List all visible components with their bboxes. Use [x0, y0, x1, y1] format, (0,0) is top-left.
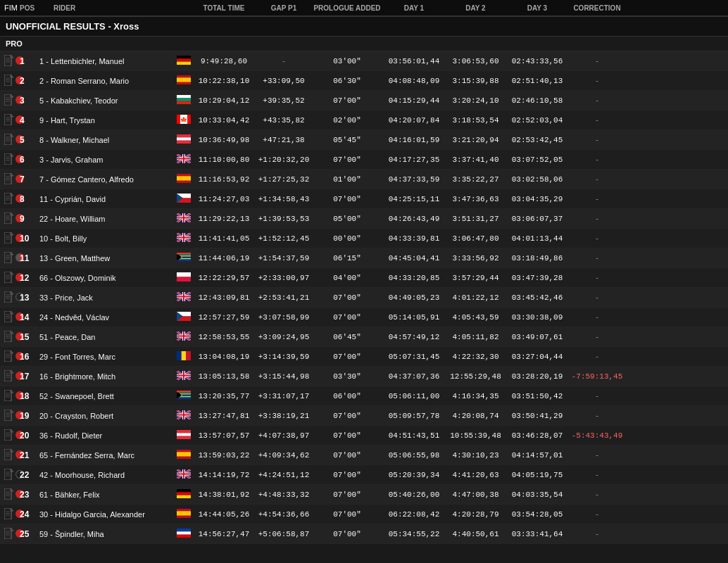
- doc-icon: [4, 390, 13, 403]
- table-row: 20 36 - Rudolf, Dieter 13:57:07,57 +4:07…: [0, 426, 728, 445]
- doc-icon: [4, 331, 13, 343]
- rider-info: 66 - Olszowy, Dominik: [39, 274, 177, 282]
- total-time: 9:49:28,60: [192, 56, 256, 65]
- svg-marker-194: [11, 390, 13, 393]
- position-number: 25: [20, 529, 29, 539]
- day1-time: 04:25:15,11: [382, 194, 446, 203]
- correction-value: -: [569, 155, 625, 164]
- total-time: 10:29:04,12: [192, 96, 256, 105]
- table-row: 18 52 - Swanepoel, Brett 13:20:35,77 +3:…: [0, 386, 728, 406]
- table-row: 13 33 - Price, Jack 12:43:09,81 +2:53:41…: [0, 288, 728, 308]
- rider-info: 1 - Lettenbichler, Manuel: [39, 57, 177, 65]
- day1-time: 04:57:49,12: [382, 332, 446, 341]
- svg-rect-230: [4, 449, 11, 460]
- day2-time: 10:55:39,48: [446, 431, 506, 440]
- position-number: 11: [20, 253, 29, 263]
- day3-time: 04:01:13,44: [506, 234, 569, 243]
- correction-value: -: [569, 214, 625, 223]
- position: 3: [20, 96, 39, 106]
- gap-p1: +1:20:32,20: [256, 155, 312, 164]
- rider-info: 29 - Font Torres, Marc: [39, 353, 177, 361]
- rider-info: 30 - Hidalgo Garcia, Alexander: [39, 510, 177, 519]
- total-time: 13:04:08,19: [192, 352, 256, 361]
- total-time: 13:05:13,58: [192, 372, 256, 381]
- day1-time: 05:06:11,00: [382, 391, 446, 400]
- total-time: 11:29:22,13: [192, 214, 256, 223]
- svg-rect-193: [4, 390, 11, 401]
- svg-rect-177: [186, 351, 191, 360]
- fim-icons: [4, 272, 20, 284]
- svg-marker-146: [11, 311, 13, 314]
- fim-icons: [4, 508, 20, 521]
- svg-marker-155: [11, 331, 13, 334]
- rider-name: 33 - Price, Jack: [39, 293, 93, 302]
- total-time: 12:22:29,57: [192, 273, 256, 282]
- svg-rect-206: [4, 410, 11, 421]
- fim-icons: [4, 528, 20, 540]
- svg-marker-19: [11, 94, 13, 97]
- table-row: 6 3 - Jarvis, Graham 11:10:00,80 +1:20:3…: [0, 150, 728, 170]
- fim-icons: [4, 331, 20, 343]
- day1-time: 05:06:55,98: [382, 450, 446, 460]
- position: 12: [20, 273, 39, 283]
- position: 6: [20, 155, 39, 165]
- doc-icon: [4, 134, 13, 146]
- position-number: 7: [20, 175, 25, 184]
- day2-time: 3:21:20,94: [446, 135, 506, 144]
- day2-time: 3:47:36,63: [446, 194, 506, 203]
- doc-icon: [4, 350, 13, 363]
- rider-info: 59 - Špindler, Miha: [39, 530, 177, 538]
- position-number: 3: [20, 96, 25, 106]
- rider-info: 42 - Moorhouse, Richard: [39, 471, 177, 479]
- day3-time: 03:27:04,44: [506, 352, 569, 361]
- rider-flag: [177, 371, 192, 381]
- position-number: 4: [20, 115, 25, 125]
- svg-rect-70: [4, 193, 11, 204]
- rider-info: 5 - Kabakchiev, Teodor: [39, 96, 177, 105]
- fim-icons: [4, 153, 20, 166]
- total-time: 14:14:19,72: [192, 470, 256, 479]
- doc-icon: [4, 410, 13, 422]
- rider-name: 52 - Swanepoel, Brett: [39, 392, 114, 400]
- svg-rect-154: [4, 331, 11, 342]
- rider-flag: [177, 312, 192, 322]
- day1-time: 05:07:31,45: [382, 352, 446, 361]
- rider-info: 3 - Jarvis, Graham: [39, 156, 177, 164]
- svg-rect-239: [4, 469, 11, 480]
- svg-rect-61: [4, 173, 11, 184]
- day2-time: 4:20:08,74: [446, 411, 506, 420]
- position-number: 13: [20, 293, 29, 303]
- svg-rect-24: [177, 95, 191, 98]
- day3-time: 03:07:52,05: [506, 155, 569, 164]
- svg-rect-271: [177, 516, 191, 518]
- rider-flag: [177, 410, 192, 421]
- header-total: TOTAL TIME: [192, 4, 256, 12]
- svg-rect-236: [177, 450, 191, 452]
- prologue-added: 01'00": [312, 175, 382, 184]
- doc-icon: [4, 488, 13, 501]
- day1-time: 04:33:39,81: [382, 234, 446, 243]
- rider-name: 20 - Crayston, Robert: [39, 412, 113, 420]
- svg-rect-263: [4, 508, 11, 519]
- rider-info: 7 - Gómez Cantero, Alfredo: [39, 175, 177, 184]
- rider-info: 24 - Nedvěd, Václav: [39, 313, 177, 322]
- gap-p1: +1:54:37,59: [256, 253, 312, 262]
- svg-rect-272: [4, 528, 11, 539]
- position: 23: [20, 490, 39, 500]
- day1-time: 04:33:20,85: [382, 273, 446, 282]
- svg-rect-121: [177, 260, 191, 262]
- prologue-added: 05'45": [312, 135, 382, 144]
- fim-icons: [4, 291, 20, 304]
- rider-flag: [177, 450, 192, 460]
- day1-time: 04:08:48,09: [382, 76, 446, 85]
- header-correction: CORRECTION: [569, 4, 625, 12]
- svg-rect-25: [177, 98, 191, 101]
- correction-value: -: [569, 293, 625, 302]
- position-number: 23: [20, 490, 29, 500]
- correction-value: -: [569, 175, 625, 184]
- gap-p1: +3:15:44,98: [256, 372, 312, 381]
- svg-rect-8: [177, 62, 191, 65]
- prologue-added: 07'00": [312, 490, 382, 499]
- day1-time: 04:37:07,36: [382, 372, 446, 381]
- svg-marker-1: [11, 55, 13, 58]
